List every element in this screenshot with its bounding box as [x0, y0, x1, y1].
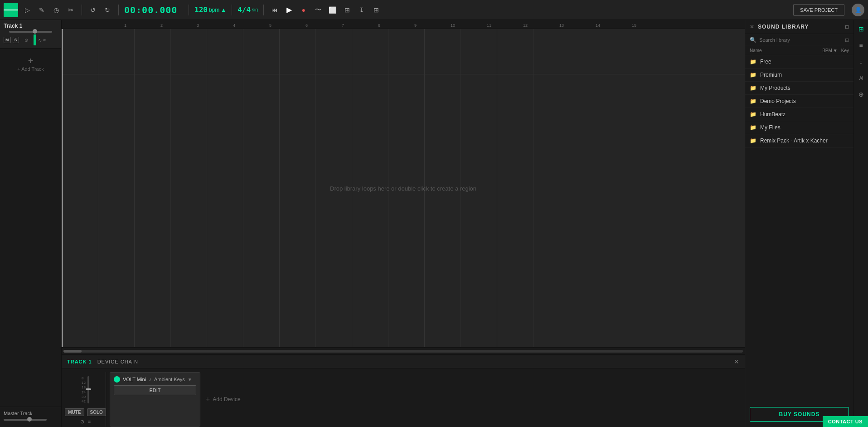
library-filter-icon[interactable]: ⊞ — [845, 37, 849, 43]
library-item-name: Premium — [760, 72, 849, 78]
track-1-solo-button[interactable]: S — [13, 37, 19, 43]
volume-slider-area: 8 12 18 24 30 42 — [82, 374, 89, 406]
mute-button[interactable]: MUTE — [65, 408, 84, 416]
hamburger-menu[interactable] — [4, 3, 18, 17]
redo-button[interactable]: ↻ — [102, 5, 113, 15]
grid-line-13 — [533, 29, 533, 347]
library-title: SOUND LIBRARY — [758, 24, 841, 30]
track-lanes-area[interactable]: Drop library loops here or double click … — [62, 29, 745, 347]
separator-3 — [189, 5, 189, 15]
device-preset[interactable]: Ambient Keys — [154, 377, 185, 382]
master-volume-slider[interactable] — [4, 419, 47, 421]
library-close-button[interactable]: ✕ — [750, 24, 754, 30]
time-display: 00:00.000 — [124, 5, 183, 15]
ruler-mark-7: 7 — [341, 23, 377, 28]
timeline-ruler: 1 2 3 4 5 6 7 8 9 10 11 12 13 14 15 — [62, 20, 745, 29]
separator-1 — [82, 5, 82, 15]
solo-button[interactable]: SOLO — [87, 408, 106, 416]
grid-button[interactable]: ⊞ — [371, 5, 382, 15]
skip-back-button[interactable]: ⏮ — [269, 5, 280, 15]
track-list-panel: Track 1 M S ⊙ ∿ ≈ + + Add Track Master T… — [0, 20, 62, 427]
right-sidebar: ⊞ ≡ ↕ AI ⊕ — [853, 20, 868, 427]
loop-button[interactable]: 〜 — [313, 5, 324, 15]
track-1-input-icon[interactable]: ⊙ — [21, 34, 32, 45]
grid-line-1 — [98, 29, 98, 347]
volume-fader-thumb — [86, 388, 91, 390]
time-sig-display[interactable]: 4/4 — [238, 5, 251, 14]
marker-button[interactable]: ⊞ — [342, 5, 353, 15]
track-1-mute-button[interactable]: M — [4, 37, 11, 43]
add-track-plus-icon: + — [28, 56, 34, 66]
sidebar-grid-icon[interactable]: ⊞ — [856, 24, 867, 34]
db-label-12: 12 — [82, 381, 86, 385]
library-item-my-products[interactable]: 📁 My Products — [745, 82, 853, 95]
sidebar-ai-icon[interactable]: AI — [856, 73, 867, 83]
library-item-humbeatz[interactable]: 📁 HumBeatz — [745, 108, 853, 121]
db-labels: 8 12 18 24 30 42 — [82, 376, 86, 403]
save-project-button[interactable]: SAVE PROJECT — [793, 4, 844, 16]
sidebar-layers-icon[interactable]: ⊕ — [856, 89, 867, 100]
close-bottom-panel-button[interactable]: ✕ — [734, 358, 739, 365]
undo-button[interactable]: ↺ — [87, 5, 98, 15]
folder-icon: 📁 — [750, 124, 756, 131]
ruler-mark-12: 12 — [522, 23, 558, 28]
col-name-label: Name — [750, 48, 822, 53]
library-item-name: Free — [760, 59, 849, 65]
sidebar-arrow-icon[interactable]: ↕ — [856, 56, 867, 67]
library-item-name: HumBeatz — [760, 111, 849, 118]
contact-us-button[interactable]: CONTACT US — [823, 416, 868, 427]
sidebar-sliders-icon[interactable]: ≡ — [856, 40, 867, 51]
add-track-button[interactable]: + + Add Track — [0, 49, 61, 79]
track-1-volume-slider[interactable] — [9, 31, 52, 33]
mute-solo-row: MUTE SOLO — [65, 408, 106, 416]
track-equalizer-icon[interactable]: ≡ — [88, 419, 91, 425]
pencil-tool[interactable]: ✎ — [36, 5, 47, 15]
db-label-24: 24 — [82, 390, 86, 394]
bottom-panel: TRACK 1 DEVICE CHAIN ✕ 8 12 18 24 30 42 — [62, 354, 745, 427]
library-item-my-files[interactable]: 📁 My Files — [745, 121, 853, 134]
track-1-waveform-icon: ∿ — [38, 38, 42, 43]
scroll-track[interactable] — [63, 350, 743, 353]
device-preset-arrow[interactable]: ▼ — [188, 377, 192, 382]
library-settings-icon[interactable]: ⊞ — [845, 24, 849, 30]
drop-hint: Drop library loops here or double click … — [330, 185, 476, 191]
play-button[interactable]: ▶ — [284, 5, 295, 15]
export-button[interactable]: ↧ — [356, 5, 367, 15]
scroll-thumb[interactable] — [63, 350, 82, 353]
grid-line-2 — [134, 29, 135, 347]
library-item-name: My Products — [760, 85, 849, 91]
device-power-button[interactable] — [114, 376, 120, 383]
track-1-controls: M S ⊙ ∿ ≈ — [4, 34, 58, 45]
bpm-up-arrow[interactable]: ▲ — [221, 7, 226, 13]
ruler-mark-6: 6 — [305, 23, 341, 28]
add-device-button[interactable]: + Add Device — [204, 372, 242, 427]
library-search-input[interactable] — [759, 37, 842, 43]
device-edit-button[interactable]: EDIT — [114, 385, 196, 395]
track-input-icon[interactable]: ⊙ — [80, 419, 84, 425]
volume-fader[interactable] — [87, 376, 89, 403]
scissors-tool[interactable]: ✂ — [65, 5, 76, 15]
library-item-remix-pack[interactable]: 📁 Remix Pack - Artik x Kacher — [745, 134, 853, 147]
db-label-18: 18 — [82, 385, 86, 389]
ruler-mark-8: 8 — [377, 23, 413, 28]
clock-tool[interactable]: ◷ — [51, 5, 62, 15]
record-button[interactable]: ● — [298, 5, 309, 15]
horizontal-scrollbar[interactable] — [62, 347, 745, 354]
library-column-headers: Name BPM ▼ Key — [745, 46, 853, 55]
library-item-premium[interactable]: 📁 Premium — [745, 69, 853, 82]
user-avatar[interactable]: 👤 — [852, 4, 864, 16]
separator-5 — [263, 5, 264, 15]
library-item-name: Remix Pack - Artik x Kacher — [760, 137, 849, 144]
col-key-label: Key — [841, 48, 849, 53]
arrange-button[interactable]: ⬜ — [327, 5, 338, 15]
ruler-mark-3: 3 — [196, 23, 232, 28]
library-item-demo-projects[interactable]: 📁 Demo Projects — [745, 95, 853, 108]
master-track-label: Master Track — [4, 411, 58, 416]
ruler-mark-5: 5 — [268, 23, 305, 28]
select-tool[interactable]: ▷ — [22, 5, 33, 15]
bpm-label: bpm — [209, 7, 219, 13]
ruler-mark-13: 13 — [558, 23, 595, 28]
bpm-display[interactable]: 120 — [194, 5, 208, 14]
library-item-free[interactable]: 📁 Free — [745, 55, 853, 69]
device-audio-icon: ♪ — [149, 376, 151, 383]
